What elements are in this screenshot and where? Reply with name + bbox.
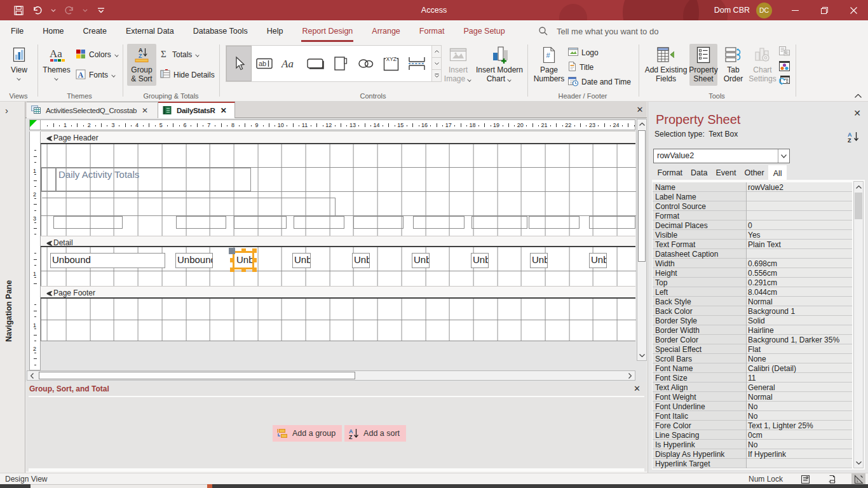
selection-handle[interactable] [252, 258, 257, 262]
nav-expand-icon[interactable]: › [5, 105, 8, 116]
detail-text-box[interactable]: Unbound [471, 253, 489, 268]
property-value[interactable]: General [748, 383, 775, 392]
tab-close-icon[interactable]: ✕ [142, 106, 148, 115]
tell-me-box[interactable]: Tell me what you want to do [539, 20, 658, 42]
convert-macros-button[interactable] [779, 74, 790, 88]
scroll-left-icon[interactable] [27, 371, 37, 380]
property-row-visible[interactable]: VisibleYes [653, 230, 852, 240]
header-column-label-outline[interactable] [413, 216, 465, 229]
selection-handle[interactable] [230, 258, 234, 262]
view-button[interactable]: View [5, 44, 33, 86]
page-break-tool[interactable] [404, 46, 430, 81]
property-row-fore-color[interactable]: Fore ColorText 1, Lighter 25% [653, 421, 852, 430]
property-tab-format[interactable]: Format [653, 166, 687, 180]
vertical-ruler[interactable]: 123112 [29, 132, 41, 370]
report-canvas[interactable]: Page HeaderDaily Activity TotalsDetailUn… [41, 131, 635, 382]
section-bar-page-header[interactable]: Page Header [41, 131, 635, 143]
header-column-label-outline[interactable] [589, 216, 635, 229]
selection-handle[interactable] [252, 268, 257, 272]
header-column-label-outline[interactable] [353, 216, 403, 229]
gallery-down-button[interactable] [432, 58, 441, 70]
property-value[interactable]: Background 1 [748, 307, 795, 316]
property-value[interactable]: Flat [748, 345, 761, 354]
combobox-dropdown-button[interactable] [778, 149, 789, 163]
object-selector-combobox[interactable]: rowValue2 [653, 149, 790, 163]
ribbon-tab-file[interactable]: File [1, 20, 33, 42]
property-row-label-name[interactable]: Label Name [653, 192, 852, 201]
restore-button[interactable] [810, 0, 839, 20]
tab-order-button[interactable]: TabOrder [719, 44, 747, 86]
detail-text-box[interactable]: Unbound [352, 253, 370, 268]
property-row-border-width[interactable]: Border WidthHairline [653, 325, 852, 335]
scroll-down-icon[interactable] [854, 458, 863, 467]
tab-close-icon[interactable]: ✕ [220, 106, 227, 115]
view-code-button[interactable] [779, 60, 790, 74]
property-row-hyperlink-target[interactable]: Hyperlink Target [653, 459, 852, 468]
scroll-down-icon[interactable] [637, 351, 646, 360]
page-numbers-button[interactable]: # PageNumbers [534, 44, 564, 86]
property-row-font-size[interactable]: Font Size11 [653, 373, 852, 383]
property-row-height[interactable]: Height0.556cm [653, 268, 852, 278]
property-value[interactable]: 0.291cm [748, 278, 777, 287]
label-tool[interactable]: Aa [277, 46, 302, 81]
property-row-is-hyperlink[interactable]: Is HyperlinkNo [653, 440, 852, 449]
design-horizontal-scrollbar[interactable] [27, 370, 635, 381]
property-value[interactable]: 0 [748, 221, 752, 230]
property-row-special-effect[interactable]: Special EffectFlat [653, 344, 852, 354]
hyperlink-tool[interactable] [353, 46, 379, 81]
close-button[interactable] [839, 0, 868, 20]
property-value[interactable]: Text 1, Lighter 25% [748, 421, 813, 430]
detail-text-box[interactable]: Unbound [589, 253, 607, 268]
report-view-button[interactable] [798, 473, 812, 485]
subreport-button[interactable] [779, 45, 790, 59]
detail-text-box[interactable]: Unbound [412, 253, 430, 268]
property-row-border-style[interactable]: Border StyleSolid [653, 316, 852, 325]
property-row-scroll-bars[interactable]: Scroll BarsNone [653, 354, 852, 363]
header-column-label-outline[interactable] [529, 216, 580, 229]
close-document-button[interactable]: ✕ [634, 104, 646, 115]
property-tab-data[interactable]: Data [687, 166, 712, 180]
chart-settings-button[interactable]: ChartSettings [749, 44, 776, 86]
scrollbar-thumb[interactable] [39, 372, 355, 379]
property-row-format[interactable]: Format [653, 211, 852, 220]
insert-image-button[interactable]: InsertImage [445, 44, 471, 86]
scroll-up-icon[interactable] [854, 182, 863, 191]
property-row-datasheet-caption[interactable]: Datasheet Caption [653, 249, 852, 259]
property-value[interactable]: Plain Text [748, 240, 781, 249]
document-tab-ActivitiesSelectedQ_Crosstab[interactable]: ActivitiesSelectedQ_Crosstab✕ [27, 102, 158, 118]
print-preview-button[interactable] [825, 473, 839, 485]
selection-handle[interactable] [230, 268, 234, 272]
header-column-label-outline[interactable] [53, 216, 123, 229]
sort-az-button[interactable]: A Z [847, 132, 860, 144]
property-row-control-source[interactable]: Control Source [653, 201, 852, 211]
property-value[interactable]: 0.556cm [748, 269, 777, 278]
insert-modern-chart-button[interactable]: Insert ModernChart [475, 44, 524, 86]
property-value[interactable]: No [748, 440, 757, 449]
property-value[interactable]: No [748, 412, 757, 421]
selection-handle[interactable] [252, 248, 257, 253]
scrollbar-thumb[interactable] [855, 193, 862, 219]
ribbon-tab-format[interactable]: Format [410, 20, 454, 42]
property-row-back-style[interactable]: Back StyleNormal [653, 297, 852, 306]
detail-text-box[interactable]: Unbound [530, 253, 548, 268]
property-row-line-spacing[interactable]: Line Spacing0cm [653, 430, 852, 440]
property-row-width[interactable]: Width0.698cm [653, 259, 852, 268]
page-header-section[interactable]: Daily Activity Totals [41, 144, 635, 236]
selected-text-box[interactable]: Unbound [233, 251, 254, 269]
collapse-ribbon-button[interactable] [852, 92, 864, 100]
property-sheet-button[interactable]: PropertySheet [689, 44, 717, 86]
logo-button[interactable]: Logo [568, 46, 599, 60]
property-value[interactable]: No [748, 402, 757, 411]
property-tab-all[interactable]: All [768, 165, 787, 180]
property-value[interactable]: 8.044cm [748, 288, 777, 297]
property-row-top[interactable]: Top0.291cm [653, 278, 852, 287]
scroll-up-icon[interactable] [637, 119, 646, 129]
page-footer-section[interactable] [41, 299, 635, 341]
account-area[interactable]: Dom CBR DC [714, 0, 772, 20]
add-group-button[interactable]: Add a group [273, 425, 342, 442]
gallery-more-button[interactable] [432, 70, 441, 81]
property-value[interactable]: Hairline [748, 326, 774, 335]
add-existing-fields-button[interactable]: Add ExistingFields [644, 44, 688, 86]
minimize-button[interactable] [780, 0, 810, 20]
property-value[interactable]: Calibri (Detail) [748, 364, 796, 373]
